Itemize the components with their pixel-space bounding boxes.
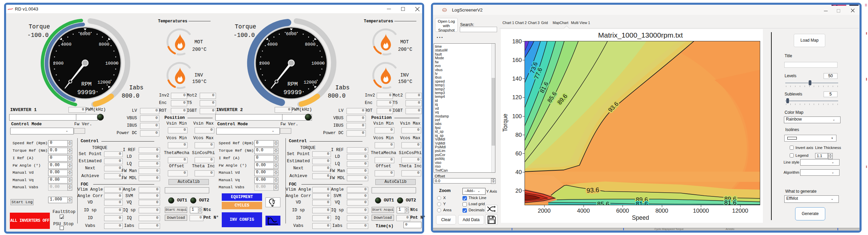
- svg-text:4000: 4000: [267, 42, 277, 47]
- svg-text:99999: 99999: [77, 89, 96, 96]
- svg-text:6000: 6000: [286, 31, 296, 37]
- svg-text:RPM: RPM: [81, 81, 92, 87]
- svg-text:2000: 2000: [259, 61, 270, 66]
- svg-text:10000: 10000: [311, 61, 324, 66]
- svg-text:2000: 2000: [53, 61, 63, 66]
- svg-text:RPM: RPM: [288, 81, 298, 87]
- svg-text:10000: 10000: [105, 61, 118, 66]
- svg-text:12000: 12000: [97, 80, 111, 85]
- svg-text:12000: 12000: [303, 80, 317, 85]
- svg-text:4000: 4000: [61, 42, 71, 47]
- svg-text:99999: 99999: [283, 89, 302, 96]
- svg-text:8000: 8000: [99, 42, 109, 47]
- svg-text:6000: 6000: [80, 31, 90, 37]
- svg-text:8000: 8000: [305, 42, 315, 47]
